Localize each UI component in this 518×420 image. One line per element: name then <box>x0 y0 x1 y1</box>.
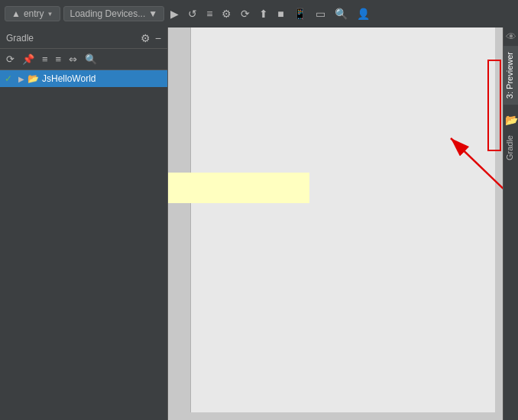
menu-button[interactable]: ≡ <box>203 6 215 21</box>
left-panel: Gradle ⚙ − ⟳ 📌 ≡ ≡ ⇔ 🔍 ✓ ▶ 📂 JsHel <box>0 27 168 420</box>
device-icon[interactable]: 📱 <box>290 6 309 21</box>
entry-label: entry <box>24 8 44 19</box>
loading-devices-button[interactable]: Loading Devices... ▼ <box>63 6 165 21</box>
tab-gradle[interactable]: Gradle <box>503 129 518 166</box>
gradle-sync-icon[interactable]: ⟳ <box>3 52 18 66</box>
main-toolbar: ▲ entry ▼ Loading Devices... ▼ ▶ ↺ ≡ ⚙ ⟳… <box>0 0 518 27</box>
account-icon[interactable]: 👤 <box>354 6 373 21</box>
expand-arrow-icon: ▶ <box>18 75 24 83</box>
tree-item-jshelloworld[interactable]: ✓ ▶ 📂 JsHelloWorld <box>0 70 167 87</box>
folder-icon: 📂 <box>28 73 39 84</box>
minimize-button[interactable]: − <box>155 32 161 44</box>
publish-icon[interactable]: ⬆ <box>256 6 271 21</box>
gradle-settings-icon[interactable]: ⚙ <box>141 32 151 44</box>
run-button[interactable]: ▶ <box>167 6 182 21</box>
vertical-scrollbar[interactable] <box>495 27 503 420</box>
line-numbers <box>168 27 191 420</box>
gradle-pin-icon[interactable]: 📌 <box>19 52 37 66</box>
horizontal-scrollbar[interactable] <box>168 412 495 420</box>
annotation-layer: 预览 <box>168 27 503 420</box>
gradle-toolbar: ⟳ 📌 ≡ ≡ ⇔ 🔍 <box>0 49 167 70</box>
entry-button[interactable]: ▲ entry ▼ <box>5 6 60 21</box>
yellow-highlight-area <box>168 173 309 203</box>
gradle-search-icon[interactable]: 🔍 <box>82 52 100 66</box>
loading-dropdown-arrow: ▼ <box>148 8 157 19</box>
check-icon: ✓ <box>5 73 12 84</box>
right-tab-middle-icon[interactable]: 📂 <box>503 111 518 129</box>
loading-label: Loading Devices... <box>70 8 146 19</box>
editor-main: 预览 <box>168 27 503 420</box>
build-icon[interactable]: ⚙ <box>219 6 235 21</box>
gradle-collapse-icon[interactable]: ≡ <box>53 52 65 66</box>
search-toolbar-icon[interactable]: 🔍 <box>332 6 351 21</box>
gradle-tree: ✓ ▶ 📂 JsHelloWorld <box>0 70 167 420</box>
stop-icon[interactable]: ■ <box>274 6 287 21</box>
debug-button[interactable]: ↺ <box>185 6 200 21</box>
sync-icon[interactable]: ⟳ <box>238 6 253 21</box>
gradle-link-icon[interactable]: ⇔ <box>66 52 80 66</box>
layout-icon[interactable]: ▭ <box>312 6 329 21</box>
entry-dropdown-arrow: ▼ <box>47 11 53 18</box>
annotation-arrow-svg <box>168 27 503 420</box>
tab-previewer[interactable]: 3: Previewer <box>503 46 518 105</box>
tree-item-label: JsHelloWorld <box>42 73 96 84</box>
entry-icon: ▲ <box>11 8 21 19</box>
right-tabs: 👁 3: Previewer 📂 Gradle <box>503 27 518 420</box>
main-area: Gradle ⚙ − ⟳ 📌 ≡ ≡ ⇔ 🔍 ✓ ▶ 📂 JsHel <box>0 27 518 420</box>
gradle-title: Gradle <box>6 33 34 44</box>
gradle-panel: Gradle ⚙ − ⟳ 📌 ≡ ≡ ⇔ 🔍 ✓ ▶ 📂 JsHel <box>0 27 167 420</box>
editor-area: 预览 <box>168 27 503 420</box>
gradle-expand-icon[interactable]: ≡ <box>39 52 51 66</box>
gradle-header: Gradle ⚙ − <box>0 27 167 49</box>
right-tab-top-icon[interactable]: 👁 <box>503 27 518 46</box>
